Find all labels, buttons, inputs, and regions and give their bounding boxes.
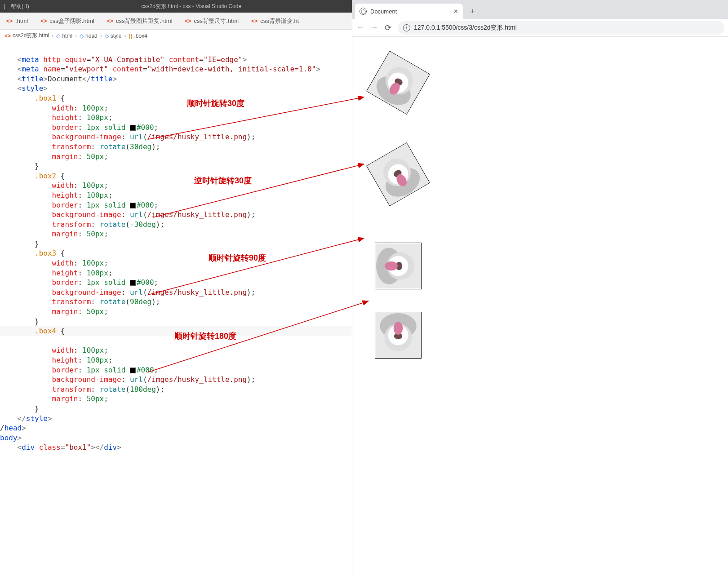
svg-point-17 — [385, 261, 398, 270]
menu-more[interactable]: ) — [4, 3, 5, 9]
menu-help[interactable]: 帮助(H) — [11, 3, 29, 10]
chrome-tab[interactable]: ◯ Document ✕ — [355, 4, 463, 19]
html-file-icon: <> — [40, 18, 47, 24]
svg-point-23 — [394, 322, 403, 335]
vscode-window: ) 帮助(H) css2d变形.html - css - Visual Stud… — [0, 0, 352, 576]
close-icon[interactable]: ✕ — [453, 8, 458, 15]
husky-image-icon — [367, 143, 429, 205]
editor-tabs: <>.html <>css盒子阴影.html <>css背景图片重复.html … — [0, 13, 352, 30]
chrome-tabstrip: ◯ Document ✕ + — [352, 0, 728, 19]
editor-tab[interactable]: <>css背景尺寸.html — [179, 13, 245, 29]
reload-icon[interactable]: ⟳ — [385, 23, 391, 33]
element-icon: ◇ — [80, 33, 84, 39]
chrome-window: ◯ Document ✕ + ← → ⟳ i 127.0.0.1:5500/cs… — [352, 0, 728, 576]
url-text: 127.0.0.1:5500/css/3/css2d变形.html — [414, 24, 517, 32]
forward-icon[interactable]: → — [370, 23, 378, 32]
breadcrumb-item[interactable]: style — [111, 33, 122, 39]
html-file-icon: <> — [185, 18, 191, 24]
vscode-titlebar: ) 帮助(H) css2d变形.html - css - Visual Stud… — [0, 0, 352, 13]
html-file-icon: <> — [6, 18, 13, 24]
address-bar[interactable]: i 127.0.0.1:5500/css/3/css2d变形.html — [398, 21, 724, 35]
back-icon[interactable]: ← — [356, 23, 364, 32]
site-info-icon[interactable]: i — [403, 24, 410, 31]
color-swatch — [130, 368, 136, 373]
window-title: css2d变形.html - css - Visual Studio Code — [35, 3, 348, 10]
chrome-toolbar: ← → ⟳ i 127.0.0.1:5500/css/3/css2d变形.htm… — [352, 19, 728, 37]
breadcrumb-item[interactable]: head — [85, 33, 98, 39]
box4-preview — [375, 312, 422, 359]
tab-label: .html — [15, 18, 28, 24]
rendered-page — [352, 37, 728, 576]
annotation-label: 顺时针旋转180度 — [174, 332, 236, 341]
box3-preview — [375, 243, 422, 289]
element-icon: ◇ — [105, 33, 109, 39]
breadcrumb[interactable]: <> css2d变形.html› ◇html› ◇head› ◇style› {… — [0, 30, 352, 42]
new-tab-button[interactable]: + — [466, 5, 479, 18]
tab-label: css背景图片重复.html — [116, 17, 173, 25]
element-icon: ◇ — [56, 33, 60, 39]
color-swatch — [130, 280, 136, 286]
favicon-icon: ◯ — [360, 8, 367, 15]
annotation-label: 顺时针旋转90度 — [209, 253, 266, 263]
breadcrumb-item[interactable]: html — [62, 33, 72, 39]
tab-label: css盒子阴影.html — [49, 17, 94, 25]
color-swatch — [130, 203, 136, 208]
annotation-label: 逆时针旋转30度 — [194, 176, 252, 186]
annotation-label: 顺时针旋转30度 — [187, 99, 244, 109]
html-file-icon: <> — [251, 18, 257, 24]
breadcrumb-item[interactable]: .box4 — [134, 33, 147, 39]
tab-label: css背景渐变.ht — [260, 17, 299, 25]
editor-tab[interactable]: <>css盒子阴影.html — [34, 13, 101, 29]
husky-image-icon — [375, 243, 421, 289]
class-icon: {} — [129, 33, 132, 39]
editor-tab[interactable]: <>.html — [0, 13, 34, 29]
box1-preview — [366, 51, 430, 115]
editor-tab[interactable]: <>css背景渐变.ht — [245, 13, 305, 29]
code-editor[interactable]: <meta http-equiv="X-UA-Compatible" conte… — [0, 42, 352, 576]
html-file-icon: <> — [4, 33, 11, 39]
editor-tab[interactable]: <>css背景图片重复.html — [101, 13, 179, 29]
tab-label: css背景尺寸.html — [194, 17, 239, 25]
breadcrumb-item[interactable]: css2d变形.html — [13, 32, 49, 40]
chrome-tab-title: Document — [370, 8, 397, 15]
color-swatch — [130, 125, 136, 131]
husky-image-icon — [367, 51, 429, 114]
box2-preview — [366, 142, 430, 206]
husky-image-icon — [375, 312, 421, 358]
html-file-icon: <> — [107, 18, 113, 24]
